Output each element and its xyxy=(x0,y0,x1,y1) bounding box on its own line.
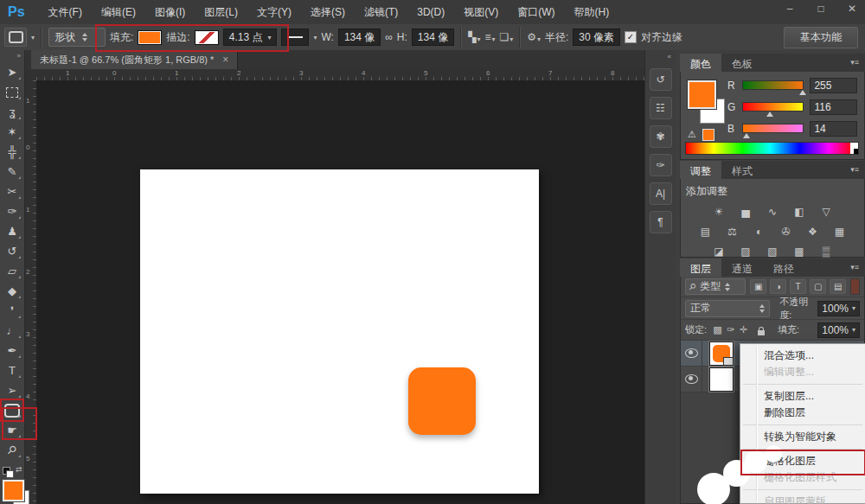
rounded-rect-tool[interactable] xyxy=(2,400,22,420)
threshold-icon[interactable]: ▧ xyxy=(763,245,782,258)
path-alignment-button[interactable]: ≡▾ xyxy=(484,31,495,43)
menu-item-convert-to-smart-object[interactable]: 转换为智能对象 xyxy=(740,429,865,445)
align-edges-checkbox[interactable]: ✓ xyxy=(625,31,637,43)
path-arrangement-button[interactable]: ❏▾ xyxy=(499,31,513,43)
maximize-button[interactable]: □ xyxy=(815,3,827,15)
tool-preset-button[interactable] xyxy=(4,28,27,47)
gradient-map-icon[interactable]: ▒ xyxy=(817,245,836,258)
tab-adjustments[interactable]: 调整 xyxy=(680,161,721,179)
menubar-item[interactable]: 视图(V) xyxy=(454,5,508,20)
type-tool[interactable]: T xyxy=(2,360,22,380)
pasteboard[interactable] xyxy=(36,80,644,504)
filter-toggle-switch[interactable] xyxy=(850,278,860,295)
hue-saturation-icon[interactable]: ▤ xyxy=(696,225,715,239)
eyedropper-tool[interactable]: ✎ xyxy=(2,162,22,182)
chevron-down-icon[interactable]: ▾ xyxy=(313,34,317,41)
gamut-warning-icon[interactable]: ⚠ xyxy=(688,129,696,140)
stroke-color-swatch[interactable] xyxy=(195,30,219,45)
character-panel-icon[interactable]: A| xyxy=(650,182,672,205)
opacity-input[interactable]: 100% ▾ xyxy=(817,301,860,316)
layer-thumbnail[interactable] xyxy=(709,367,734,392)
lock-pixels-icon[interactable]: ✑ xyxy=(724,324,737,335)
default-colors-control[interactable]: ⇄ xyxy=(3,467,18,477)
menubar-item[interactable]: 编辑(E) xyxy=(92,5,145,20)
tab-styles[interactable]: 样式 xyxy=(721,161,763,179)
tab-layers[interactable]: 图层 xyxy=(680,258,721,277)
panel-menu-icon[interactable]: ▾≡ xyxy=(850,258,865,277)
minimize-button[interactable]: – xyxy=(784,3,796,15)
history-brush-tool[interactable]: ↺ xyxy=(2,241,22,261)
lock-transparency-icon[interactable]: ▩ xyxy=(711,324,724,335)
document-tab[interactable]: 未标题-1 @ 66.7% (圆角矩形 1, RGB/8) * × xyxy=(31,50,238,69)
blur-tool[interactable]: ❜ xyxy=(2,301,22,321)
eraser-tool[interactable]: ▱ xyxy=(2,261,22,281)
channel-value-input[interactable]: 116 xyxy=(810,99,857,115)
layer-visibility-toggle[interactable] xyxy=(681,341,702,366)
channel-slider-track[interactable] xyxy=(742,102,804,112)
brightness-contrast-icon[interactable]: ☀ xyxy=(709,205,728,219)
exposure-icon[interactable]: ◧ xyxy=(790,205,809,219)
gamut-color-swatch[interactable] xyxy=(702,129,714,141)
marquee-tool[interactable] xyxy=(2,82,22,102)
radius-input[interactable]: 30 像素 xyxy=(573,29,620,46)
menubar-item[interactable]: 窗口(W) xyxy=(508,5,564,20)
height-input[interactable]: 134 像 xyxy=(412,29,454,46)
tab-paths[interactable]: 路径 xyxy=(763,258,804,277)
document-canvas[interactable] xyxy=(140,169,539,494)
channel-value-input[interactable]: 14 xyxy=(810,121,857,137)
lock-all-icon[interactable] xyxy=(758,330,765,335)
zoom-tool[interactable]: ⚲ xyxy=(2,440,22,460)
dock-collapse-icon[interactable]: « xyxy=(645,50,676,62)
curves-icon[interactable]: ∿ xyxy=(763,205,782,219)
tool-preset-caret-icon[interactable]: ▾ xyxy=(31,34,35,41)
orange-rounded-rectangle[interactable] xyxy=(408,367,476,435)
blend-mode-select[interactable]: 正常 xyxy=(685,300,770,317)
hand-tool[interactable]: ☛ xyxy=(2,420,22,440)
channel-slider-track[interactable] xyxy=(742,124,804,133)
color-lookup-icon[interactable]: ▦ xyxy=(830,225,849,239)
clone-stamp-tool[interactable]: ♟ xyxy=(2,221,22,241)
close-button[interactable]: ✕ xyxy=(846,3,858,15)
menubar-item[interactable]: 帮助(H) xyxy=(565,5,619,20)
menu-item-enable-layer-mask[interactable]: 启用图层蒙版 xyxy=(740,494,865,504)
channel-mixer-icon[interactable]: ❖ xyxy=(804,225,823,239)
dodge-tool[interactable]: ♩ xyxy=(2,321,22,341)
adjustment-layer-filter-icon[interactable]: ◑ xyxy=(770,279,786,294)
menu-item-duplicate-layer[interactable]: 复制图层... xyxy=(740,388,865,405)
menu-item-edit-adjustment[interactable]: 编辑调整... xyxy=(740,364,865,380)
menubar-item[interactable]: 滤镜(T) xyxy=(355,5,407,20)
channel-value-input[interactable]: 255 xyxy=(810,78,857,93)
lock-position-icon[interactable]: ✛ xyxy=(737,324,750,335)
slider-thumb[interactable] xyxy=(743,133,750,138)
path-select-tool[interactable]: ➢ xyxy=(2,380,22,400)
photo-filter-icon[interactable]: ✇ xyxy=(777,225,796,239)
menu-item-blending-options[interactable]: 混合选项... xyxy=(740,348,865,364)
filter-type-select[interactable]: ⚲ 类型 xyxy=(685,278,746,295)
brush-tool[interactable]: ✑ xyxy=(2,201,22,221)
color-balance-icon[interactable]: ⚖ xyxy=(723,225,742,239)
menubar-item[interactable]: 文件(F) xyxy=(39,5,92,20)
lasso-tool[interactable]: ʓ xyxy=(2,102,22,122)
paint-bucket-tool[interactable]: ◆ xyxy=(2,281,22,301)
type-layer-filter-icon[interactable]: T xyxy=(790,279,806,294)
stroke-width-input[interactable]: 4.13 点 ▾ xyxy=(223,29,278,46)
menubar-item[interactable]: 选择(S) xyxy=(301,5,355,20)
workspace-switcher-button[interactable]: 基本功能 xyxy=(784,27,858,48)
fill-opacity-input[interactable]: 100% ▾ xyxy=(817,322,860,338)
brush-panel-icon[interactable]: ✑ xyxy=(650,154,672,176)
pen-tool[interactable]: ✒ xyxy=(2,341,22,360)
menubar-item[interactable]: 图层(L) xyxy=(195,5,247,20)
toolbar-collapse-icon[interactable]: » xyxy=(17,52,21,60)
stroke-style-select[interactable] xyxy=(281,29,309,46)
slider-thumb[interactable] xyxy=(799,90,806,95)
menu-item-delete-layer[interactable]: 删除图层 xyxy=(740,405,865,421)
selective-color-icon[interactable]: ▩ xyxy=(790,245,809,258)
invert-icon[interactable]: ◪ xyxy=(709,245,728,258)
shape-layer-filter-icon[interactable]: ▢ xyxy=(810,279,826,294)
move-tool[interactable]: ➤ xyxy=(2,62,22,82)
history-panel-icon[interactable]: ↺ xyxy=(650,68,672,91)
posterize-icon[interactable]: ▨ xyxy=(736,245,755,258)
color-spectrum-bar[interactable] xyxy=(685,142,859,155)
levels-icon[interactable]: ▅ xyxy=(736,205,755,219)
menubar-item[interactable]: 图像(I) xyxy=(145,5,195,20)
